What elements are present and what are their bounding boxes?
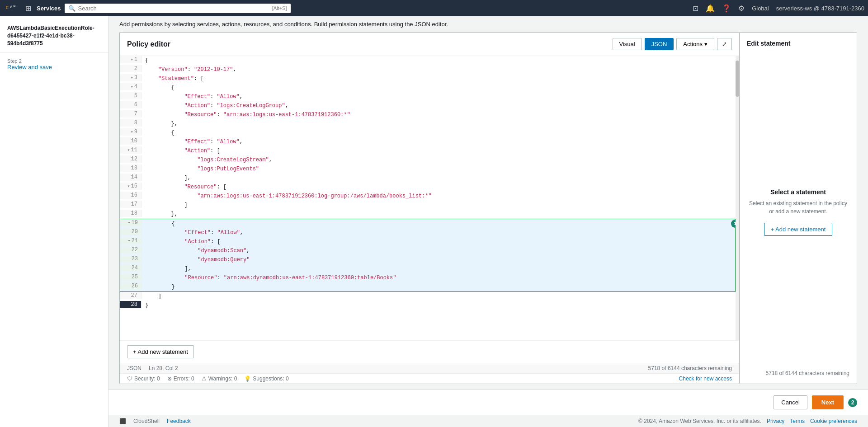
nav-icons: ⊡ 🔔 ❓ ⚙ Global serverless-ws @ 4783-7191… — [693, 4, 864, 13]
code-editor[interactable]: ▾1 { 2 "Version": "2012-10-17", ▾3 "Stat… — [120, 56, 736, 340]
suggestions-diag: 💡 Suggestions: 0 — [244, 375, 288, 382]
edit-panel-footer: 5718 of 6144 characters remaining — [747, 370, 849, 376]
policy-editor-container: Policy editor Visual JSON Actions ▾ ⤢ — [108, 32, 868, 389]
code-line-6: 6 "Action": "logs:CreateLogGroup", — [120, 101, 736, 110]
content-area: Add permissions by selecting services, a… — [108, 16, 868, 427]
editor-body: ▾1 { 2 "Version": "2012-10-17", ▾3 "Stat… — [120, 56, 739, 340]
policy-editor-panel: Policy editor Visual JSON Actions ▾ ⤢ — [119, 32, 740, 384]
privacy-link[interactable]: Privacy — [767, 418, 784, 424]
main-layout: AWSLambdaBasicExecutionRole-d6455427-e1f… — [0, 16, 868, 427]
cloudshell-label[interactable]: CloudShell — [133, 418, 160, 424]
dropdown-icon: ▾ — [704, 41, 708, 47]
editor-title: Policy editor — [127, 40, 170, 48]
code-line-10: 10 "Effect": "Allow", — [120, 137, 736, 146]
code-line-5: 5 "Effect": "Allow", — [120, 92, 736, 101]
search-bar[interactable]: 🔍 [Alt+S] — [65, 4, 291, 13]
action-bar: Cancel Next 2 — [108, 389, 868, 415]
feedback-link[interactable]: Feedback — [167, 418, 191, 424]
code-line-20: 20 "Effect": "Allow", — [120, 228, 736, 237]
select-statement-desc: Select an existing statement in the poli… — [747, 199, 849, 216]
code-line-24: 24 ], — [120, 264, 736, 273]
cloudshell-icon[interactable]: ⬛ — [119, 418, 126, 424]
chars-remaining: 5718 of 6144 characters remaining — [648, 365, 732, 371]
code-line-3: ▾3 "Statement": [ — [120, 74, 736, 83]
services-link[interactable]: Services — [37, 5, 61, 12]
editor-toolbar: Visual JSON Actions ▾ ⤢ — [613, 38, 732, 50]
error-icon: ⊗ — [167, 375, 172, 382]
edit-panel-content: Select a statement Select an existing st… — [747, 54, 849, 370]
code-line-22: 22 "dynamodb:Scan", — [120, 246, 736, 255]
global-label[interactable]: Global — [752, 5, 769, 12]
sidebar: AWSLambdaBasicExecutionRole-d6455427-e1f… — [0, 16, 108, 427]
code-line-11: ▾11 "Action": [ — [120, 146, 736, 155]
visual-button[interactable]: Visual — [613, 38, 642, 50]
next-button[interactable]: Next — [812, 395, 844, 409]
sidebar-step: Step 2 Review and save — [0, 56, 108, 72]
code-line-27: 27 ] — [120, 292, 736, 301]
cookie-link[interactable]: Cookie preferences — [810, 418, 857, 424]
status-position: Ln 28, Col 2 — [149, 365, 178, 371]
scrollbar-thumb[interactable] — [736, 61, 739, 97]
sidebar-title: AWSLambdaBasicExecutionRole-d6455427-e1f… — [0, 22, 108, 49]
copyright-text: © 2024, Amazon Web Services, Inc. or its… — [638, 418, 761, 424]
code-line-1: ▾1 { — [120, 56, 736, 65]
code-line-26: 26 } — [120, 282, 736, 292]
notification-icon[interactable]: ⊡ — [693, 4, 698, 13]
code-line-18: 18 }, — [120, 210, 736, 219]
search-shortcut: [Alt+S] — [272, 5, 287, 11]
code-line-14: 14 ], — [120, 174, 736, 183]
search-icon: 🔍 — [68, 5, 75, 12]
code-line-28: 28 } — [120, 301, 736, 310]
actions-button[interactable]: Actions ▾ — [676, 38, 714, 50]
search-input[interactable] — [78, 5, 269, 12]
add-new-statement-button[interactable]: + Add new statement — [764, 223, 833, 236]
code-line-13: 13 "logs:PutLogEvents" — [120, 164, 736, 174]
status-bar: JSON Ln 28, Col 2 5718 of 6144 character… — [120, 363, 739, 373]
code-line-12: 12 "logs:CreateLogStream", — [120, 155, 736, 164]
add-statement-area: + Add new statement — [120, 340, 739, 363]
sidebar-step-label: Step 2 — [7, 58, 101, 64]
page-footer: ⬛ CloudShell Feedback © 2024, Amazon Web… — [108, 415, 868, 427]
aws-logo[interactable] — [4, 3, 20, 14]
code-line-15: ▾15 "Resource": [ — [120, 183, 736, 192]
code-line-7: 7 "Resource": "arn:aws:logs:us-east-1:47… — [120, 110, 736, 119]
shield-icon: 🛡 — [127, 375, 132, 382]
editor-header: Policy editor Visual JSON Actions ▾ ⤢ — [120, 33, 739, 56]
warnings-diag: ⚠ Warnings: 0 — [202, 375, 237, 382]
code-line-17: 17 ] — [120, 201, 736, 210]
check-access-link[interactable]: Check for new access — [679, 375, 732, 382]
edit-panel-title: Edit statement — [747, 40, 849, 47]
settings-icon[interactable]: ⚙ — [738, 4, 745, 13]
status-json: JSON — [127, 365, 142, 371]
page-description: Add permissions by selecting services, a… — [108, 16, 868, 32]
cancel-button[interactable]: Cancel — [774, 395, 807, 409]
errors-diag: ⊗ Errors: 0 — [167, 375, 194, 382]
code-line-2: 2 "Version": "2012-10-17", — [120, 65, 736, 74]
editor-scrollbar[interactable] — [736, 56, 739, 340]
code-line-21: ▾21 "Action": [ — [120, 237, 736, 246]
warning-icon: ⚠ — [202, 375, 207, 382]
code-line-19: ▾19 { 1 — [120, 219, 736, 228]
code-line-4: ▾4 { — [120, 83, 736, 92]
user-label[interactable]: serverless-ws @ 4783-7191-2360 — [776, 5, 864, 12]
add-statement-button[interactable]: + Add new statement — [127, 345, 194, 358]
code-line-8: 8 }, — [120, 119, 736, 128]
help-icon[interactable]: ❓ — [722, 4, 731, 13]
security-diag: 🛡 Security: 0 — [127, 375, 160, 382]
sidebar-step-name[interactable]: Review and save — [7, 64, 101, 70]
step-badge-2: 2 — [848, 398, 857, 407]
select-statement-label: Select a statement — [770, 188, 826, 196]
statement-badge-1: 1 — [731, 220, 736, 228]
code-line-25: 25 "Resource": "arn:aws:dynamodb:us-east… — [120, 273, 736, 282]
grid-icon[interactable]: ⊞ — [24, 2, 33, 14]
top-navigation: ⊞ Services 🔍 [Alt+S] ⊡ 🔔 ❓ ⚙ Global serv… — [0, 0, 868, 16]
code-line-23: 23 "dynamodb:Query" — [120, 255, 736, 264]
bell-icon[interactable]: 🔔 — [706, 4, 715, 13]
expand-button[interactable]: ⤢ — [717, 38, 732, 50]
code-line-16: 16 "arn:aws:logs:us-east-1:478371912360:… — [120, 192, 736, 201]
code-line-9: ▾9 { — [120, 128, 736, 137]
bulb-icon: 💡 — [244, 375, 251, 382]
diagnostics-bar: 🛡 Security: 0 ⊗ Errors: 0 ⚠ Warnings: 0 — [120, 373, 739, 384]
json-button[interactable]: JSON — [645, 38, 674, 50]
terms-link[interactable]: Terms — [790, 418, 805, 424]
